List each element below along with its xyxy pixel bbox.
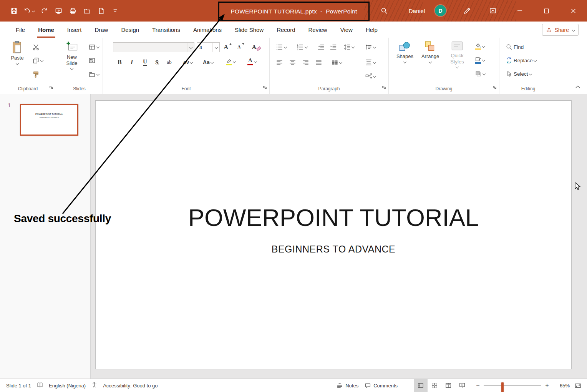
minimize-button[interactable]: [511, 0, 529, 22]
tab-transitions[interactable]: Transitions: [146, 22, 187, 38]
slide-layout-button[interactable]: [88, 42, 99, 51]
arrange-button[interactable]: Arrange: [419, 41, 442, 63]
ribbon-display-options-icon[interactable]: [486, 0, 500, 22]
slide-title-text[interactable]: POWERPOINT TUTORIAL: [96, 204, 571, 231]
increase-indent-button[interactable]: [330, 42, 337, 51]
undo-dropdown-icon[interactable]: [32, 9, 35, 12]
font-name-dropdown-icon[interactable]: [187, 43, 194, 52]
new-slide-dropdown-icon[interactable]: [70, 67, 73, 70]
text-highlight-dropdown-icon[interactable]: [233, 60, 236, 63]
tab-view[interactable]: View: [334, 22, 359, 38]
align-right-button[interactable]: [302, 58, 309, 67]
font-dialog-launcher-icon[interactable]: [263, 84, 267, 91]
shapes-button[interactable]: Shapes: [394, 41, 416, 63]
shape-effects-dropdown-icon[interactable]: [483, 72, 486, 75]
text-direction-button[interactable]: [365, 42, 376, 51]
share-dropdown-icon[interactable]: [572, 28, 575, 31]
format-painter-button[interactable]: [32, 70, 40, 79]
numbering-dropdown-icon[interactable]: [305, 45, 308, 48]
slide-thumbnail[interactable]: POWERPOINT TUTORIAL BEGINNERS TO ADVANCE: [20, 104, 78, 136]
search-icon[interactable]: [378, 0, 391, 22]
tab-record[interactable]: Record: [270, 22, 302, 38]
columns-dropdown-icon[interactable]: [339, 61, 342, 64]
replace-dropdown-icon[interactable]: [533, 59, 536, 62]
copy-button[interactable]: [32, 56, 43, 65]
quick-styles-button[interactable]: Quick Styles: [445, 41, 469, 68]
align-center-button[interactable]: [289, 58, 296, 67]
replace-button[interactable]: Replace: [506, 56, 536, 65]
character-spacing-button[interactable]: AV: [183, 58, 192, 67]
shape-outline-dropdown-icon[interactable]: [482, 58, 485, 61]
redo-button[interactable]: [40, 0, 49, 22]
print-preview-icon[interactable]: [68, 0, 77, 22]
clear-formatting-button[interactable]: A: [252, 42, 261, 51]
accessibility-status[interactable]: Accessibility: Good to go: [103, 383, 158, 389]
shapes-dropdown-icon[interactable]: [403, 60, 406, 63]
new-file-icon[interactable]: [96, 0, 106, 22]
text-highlight-button[interactable]: [226, 57, 235, 66]
spell-check-icon[interactable]: [36, 382, 43, 390]
justify-button[interactable]: [315, 58, 322, 67]
language-indicator[interactable]: English (Nigeria): [49, 383, 86, 389]
shape-fill-dropdown-icon[interactable]: [482, 45, 485, 48]
line-spacing-button[interactable]: [343, 42, 354, 51]
slide-sorter-view-button[interactable]: [428, 379, 441, 392]
zoom-out-button[interactable]: −: [474, 382, 482, 389]
zoom-in-button[interactable]: +: [543, 382, 551, 389]
paste-dropdown-icon[interactable]: [16, 61, 19, 65]
tab-design[interactable]: Design: [114, 22, 146, 38]
paste-button[interactable]: Paste: [7, 41, 28, 65]
maximize-button[interactable]: [537, 0, 555, 22]
font-color-button[interactable]: A: [247, 57, 257, 66]
comments-button[interactable]: Comments: [365, 382, 398, 389]
slide-subtitle-text[interactable]: BEGINNERS TO ADVANCE: [96, 244, 571, 255]
slide-show-view-button[interactable]: [455, 379, 469, 392]
reading-view-button[interactable]: [441, 379, 455, 392]
paragraph-dialog-launcher-icon[interactable]: [382, 84, 386, 91]
bullets-dropdown-icon[interactable]: [284, 45, 287, 48]
underline-button[interactable]: U: [143, 58, 147, 67]
tab-home[interactable]: Home: [32, 22, 61, 38]
shape-outline-button[interactable]: [475, 55, 485, 65]
ink-pen-icon[interactable]: [460, 0, 474, 22]
tab-animations[interactable]: Animations: [187, 22, 228, 38]
font-name-combobox[interactable]: [113, 42, 194, 52]
character-spacing-dropdown-icon[interactable]: [190, 61, 193, 64]
customize-quick-access-icon[interactable]: [111, 0, 120, 22]
font-color-dropdown-icon[interactable]: [254, 60, 257, 63]
zoom-slider[interactable]: [484, 379, 541, 392]
bullets-button[interactable]: [276, 42, 287, 51]
convert-to-smartart-dropdown-icon[interactable]: [373, 75, 376, 78]
quick-styles-dropdown-icon[interactable]: [456, 65, 459, 68]
numbering-button[interactable]: [297, 42, 307, 51]
start-from-beginning-icon[interactable]: [54, 0, 63, 22]
align-text-dropdown-icon[interactable]: [373, 61, 376, 64]
clipboard-dialog-launcher-icon[interactable]: [49, 84, 53, 91]
collapse-ribbon-icon[interactable]: [575, 84, 581, 91]
reset-slide-button[interactable]: [88, 56, 96, 65]
section-button[interactable]: [88, 70, 99, 79]
accessibility-icon[interactable]: [91, 382, 98, 389]
tab-insert[interactable]: Insert: [61, 22, 88, 38]
shape-effects-button[interactable]: [475, 69, 485, 78]
convert-to-smartart-button[interactable]: [365, 71, 376, 81]
open-file-icon[interactable]: [82, 0, 91, 22]
font-size-combobox[interactable]: 4: [197, 42, 220, 52]
align-text-button[interactable]: [365, 58, 376, 67]
line-spacing-dropdown-icon[interactable]: [352, 45, 355, 48]
columns-button[interactable]: [331, 58, 342, 67]
slide-canvas[interactable]: POWERPOINT TUTORIAL BEGINNERS TO ADVANCE: [95, 100, 572, 369]
new-slide-button[interactable]: New Slide: [61, 41, 83, 70]
section-dropdown-icon[interactable]: [96, 73, 99, 76]
italic-button[interactable]: I: [131, 58, 133, 67]
shrink-font-button[interactable]: A: [237, 42, 244, 51]
zoom-level[interactable]: 65%: [553, 383, 570, 389]
undo-button[interactable]: [23, 0, 35, 22]
tab-review[interactable]: Review: [302, 22, 334, 38]
tab-file[interactable]: File: [9, 22, 32, 38]
save-icon[interactable]: [9, 0, 18, 22]
tab-help[interactable]: Help: [359, 22, 384, 38]
copy-dropdown-icon[interactable]: [40, 59, 43, 62]
cut-button[interactable]: [32, 42, 40, 51]
find-button[interactable]: Find: [506, 42, 524, 51]
